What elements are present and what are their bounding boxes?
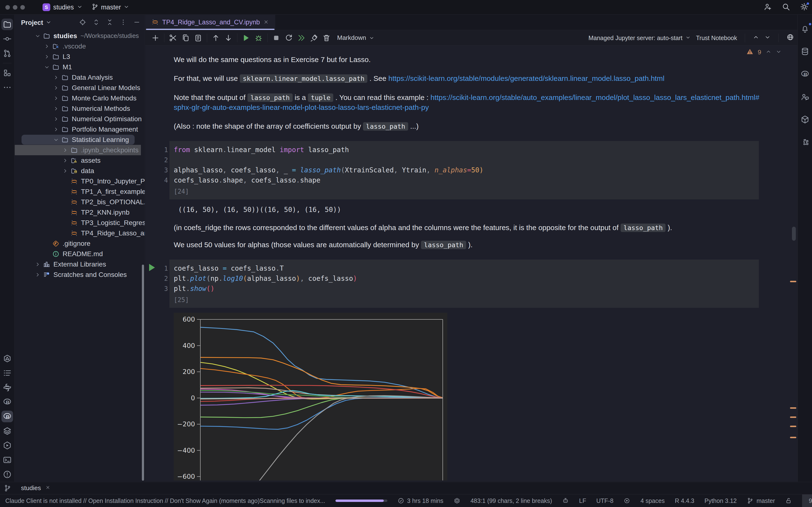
trust-notebook-button[interactable]: Trust Notebook [696, 35, 737, 42]
expand-all-button[interactable] [93, 18, 100, 27]
code-line[interactable]: 1coefs_lasso = coefs_lasso.T [174, 264, 755, 274]
toolwindow-database-button[interactable] [799, 46, 811, 57]
tree-toggle-icon[interactable] [35, 272, 41, 278]
code-line[interactable]: 3alphas_lasso, coefs_lasso, _ = lasso_pa… [174, 165, 755, 175]
move-cell-up-button[interactable] [209, 32, 222, 44]
vcs-widget[interactable]: master [91, 0, 129, 14]
chevron-up-icon[interactable] [753, 34, 759, 40]
paste-cell-button[interactable] [192, 32, 204, 44]
chevron-down-icon[interactable] [764, 34, 771, 40]
next-cell-button[interactable] [764, 34, 771, 42]
run-all-cells-button[interactable] [295, 32, 308, 44]
code-line[interactable]: 4coefs_lasso.shape, coefs_lasso.shape [174, 175, 755, 185]
tree-item-data-analysis[interactable]: Data Analysis [15, 72, 145, 82]
tree-item-tp2-knn-ipynb[interactable]: TP2_KNN.ipynb [15, 207, 145, 218]
chevron-down-icon[interactable] [34, 33, 42, 39]
close-tab-icon[interactable] [263, 19, 269, 25]
code-line[interactable]: 3plt.show() [174, 284, 755, 294]
toolwindow-python-packages-button[interactable] [1, 425, 13, 437]
tree-toggle-icon[interactable] [53, 74, 59, 80]
stop-kernel-button[interactable] [270, 32, 283, 44]
jupyter-server-selector[interactable]: Managed Jupyter server: auto-start [589, 30, 691, 46]
tree-item--vscode[interactable]: .vscode [15, 41, 145, 51]
status-ai-assistant[interactable] [562, 495, 569, 507]
chevron-down-icon[interactable] [776, 49, 781, 55]
chevron-down-icon[interactable] [46, 19, 51, 26]
tree-item-tp3-logistic-regression-ar[interactable]: TP3_Logistic_Regression_ar [15, 218, 145, 228]
tree-item-tp1-a-first-example-ipynb[interactable]: TP1_A_first_example.ipynb [15, 186, 145, 197]
tree-item-statistical-learning[interactable]: Statistical Learning [15, 134, 145, 145]
tree-toggle-icon[interactable] [35, 262, 41, 267]
git-toolwindow-icon[interactable] [0, 484, 15, 492]
status-encoding[interactable]: UTF-8 [597, 495, 614, 507]
toolwindow-commit-button[interactable] [1, 33, 13, 45]
toolwindow-plugins-button[interactable] [799, 136, 811, 148]
code-with-me-button[interactable] [763, 2, 772, 12]
add-cell-button[interactable] [149, 32, 162, 44]
toolwindow-services-button[interactable] [1, 440, 13, 451]
delete-cell-button[interactable] [320, 32, 333, 44]
status-session-time[interactable]: 3 hrs 18 mins [398, 495, 444, 507]
warning-stripe-mark[interactable] [790, 426, 796, 427]
hyperlink[interactable]: https://scikit-learn.org/stable/modules/… [388, 74, 664, 82]
options-button[interactable] [120, 18, 127, 27]
editor-tab[interactable]: TP4_Ridge_Lasso_and_CV.ipynb [145, 15, 275, 30]
search-everywhere-button[interactable] [781, 2, 790, 12]
tree-item-numerical-methods[interactable]: Numerical Methods [15, 103, 145, 114]
prev-problem-icon[interactable] [766, 49, 771, 56]
tree-toggle-icon[interactable] [62, 147, 68, 153]
chevron-right-icon[interactable] [34, 272, 42, 278]
code-cell[interactable]: 1coefs_lasso = coefs_lasso.T2plt.plot(np… [169, 260, 759, 308]
clear-outputs-button[interactable] [308, 32, 320, 44]
chevron-right-icon[interactable] [43, 54, 51, 60]
chevron-right-icon[interactable] [52, 126, 60, 132]
toolwindow-project-button[interactable] [1, 18, 13, 30]
minimize-window-button[interactable] [13, 5, 17, 10]
status-memory-indicator[interactable]: 980 of 4200M [802, 495, 812, 507]
run-cell-gutter-icon[interactable] [149, 264, 155, 271]
warning-stripe-mark[interactable] [790, 281, 796, 282]
tree-toggle-icon[interactable] [35, 33, 41, 39]
maximize-window-button[interactable] [20, 5, 25, 10]
window-controls[interactable] [5, 5, 25, 10]
prev-cell-button[interactable] [753, 34, 759, 42]
close-icon[interactable] [45, 484, 51, 492]
toolwindow-code-with-me-button[interactable] [799, 91, 811, 103]
copy-cell-button[interactable] [179, 32, 192, 44]
restart-kernel-button[interactable] [283, 32, 295, 44]
status-line-separator[interactable]: LF [579, 495, 586, 507]
tree-item--gitignore[interactable]: .gitignore [15, 238, 145, 249]
status-indent-style[interactable]: 4 spaces [641, 495, 665, 507]
status-r-version[interactable]: R 4.4.3 [675, 495, 694, 507]
tree-item-portfolio-management[interactable]: Portfolio Management [15, 124, 145, 134]
chevron-down-icon[interactable] [43, 64, 51, 70]
chevron-right-icon[interactable] [61, 158, 69, 163]
toolwindow-notifications-button[interactable] [799, 23, 811, 35]
globe-icon[interactable] [786, 33, 794, 41]
tree-item-data[interactable]: data [15, 166, 145, 176]
cell-type-selector[interactable]: Markdown [337, 34, 374, 42]
toolwindow-r-tools-button[interactable]: R [1, 411, 13, 422]
tree-toggle-icon[interactable] [53, 95, 59, 101]
status-python-interpreter[interactable]: Python 3.12 [704, 495, 737, 507]
toolwindow-more-tool-windows-button[interactable] [1, 81, 13, 93]
chevron-right-icon[interactable] [52, 74, 60, 80]
close-tab-icon[interactable] [263, 19, 269, 26]
move-cell-down-button[interactable] [222, 32, 235, 44]
tree-toggle-icon[interactable] [44, 54, 50, 60]
tree-item-monte-carlo-methods[interactable]: Monte Carlo Methods [15, 93, 145, 103]
chevron-right-icon[interactable] [52, 95, 60, 101]
warning-stripe-mark[interactable] [790, 407, 796, 409]
toolwindow-r-console-button[interactable]: R [1, 396, 13, 408]
toolwindow-python-console-button[interactable] [1, 382, 13, 393]
status-kernel-status[interactable] [454, 495, 460, 507]
chevron-right-icon[interactable] [61, 168, 69, 174]
status-indexing-status[interactable]: Scanning files to index... [260, 495, 325, 507]
warning-stripe-mark[interactable] [790, 437, 796, 438]
project-widget[interactable]: S studies [43, 0, 83, 14]
hide-button[interactable] [133, 18, 140, 27]
tree-item-assets[interactable]: assets [15, 155, 145, 166]
close-window-button[interactable] [5, 5, 10, 10]
tree-item-readme-md[interactable]: README.md [15, 249, 145, 259]
tree-toggle-icon[interactable] [53, 137, 59, 143]
